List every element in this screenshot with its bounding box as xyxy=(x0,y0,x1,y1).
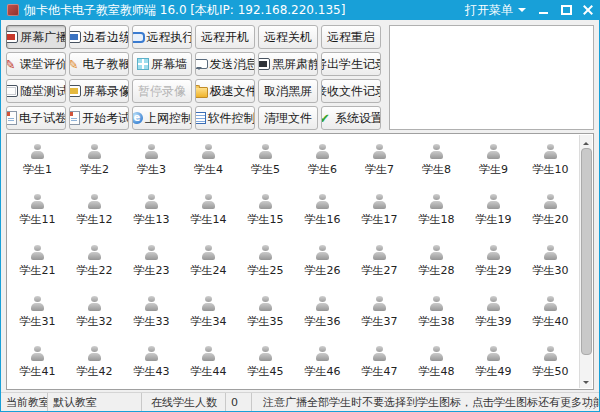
clean-files-button[interactable]: 清理文件 xyxy=(258,106,318,130)
button-label: 上网控制 xyxy=(145,110,192,127)
software-control-button[interactable]: 软件控制 xyxy=(195,106,255,130)
export-student-records-button[interactable]: 导出学生记录 xyxy=(321,52,381,76)
remote-poweron-button[interactable]: 远程开机 xyxy=(195,25,255,49)
close-icon[interactable] xyxy=(578,2,597,18)
student-item[interactable]: 学生5 xyxy=(237,135,294,186)
student-item[interactable]: 学生20 xyxy=(522,186,579,237)
student-item[interactable]: 学生38 xyxy=(408,287,465,338)
scrollbar-thumb[interactable] xyxy=(581,148,592,355)
student-item[interactable]: 学生47 xyxy=(351,337,408,388)
scroll-down-icon[interactable] xyxy=(580,376,592,388)
fast-file-transfer-button[interactable]: 极速文件 xyxy=(195,79,255,103)
student-item[interactable]: 学生29 xyxy=(465,236,522,287)
student-label: 学生1 xyxy=(23,162,52,177)
student-item[interactable]: 学生32 xyxy=(66,287,123,338)
remote-restart-button[interactable]: 远程重启 xyxy=(321,25,381,49)
student-item[interactable]: 学生15 xyxy=(237,186,294,237)
student-item[interactable]: 学生21 xyxy=(9,236,66,287)
student-item[interactable]: 学生48 xyxy=(408,337,465,388)
electronic-test-paper-button[interactable]: 电子试卷 xyxy=(6,106,66,130)
student-item[interactable]: 学生25 xyxy=(237,236,294,287)
student-item[interactable]: 学生37 xyxy=(351,287,408,338)
receive-file-records-button[interactable]: 接收文件记录 xyxy=(321,79,381,103)
student-item[interactable]: 学生1 xyxy=(9,135,66,186)
current-classroom-label: 当前教室 xyxy=(1,393,48,411)
student-item[interactable]: 学生24 xyxy=(180,236,237,287)
student-item[interactable]: 学生6 xyxy=(294,135,351,186)
start-exam-button[interactable]: 开始考试 xyxy=(69,106,129,130)
electronic-pointer-button[interactable]: 电子教鞭 xyxy=(69,52,129,76)
student-item[interactable]: 学生36 xyxy=(294,287,351,338)
student-item[interactable]: 学生10 xyxy=(522,135,579,186)
student-icon xyxy=(315,194,331,209)
doc-exam-icon xyxy=(6,111,17,125)
student-label: 学生30 xyxy=(533,263,569,278)
student-item[interactable]: 学生17 xyxy=(351,186,408,237)
student-item[interactable]: 学生11 xyxy=(9,186,66,237)
class-evaluation-button[interactable]: 课堂评价 xyxy=(6,52,66,76)
student-label: 学生6 xyxy=(308,162,337,177)
student-label: 学生37 xyxy=(362,314,398,329)
student-item[interactable]: 学生46 xyxy=(294,337,351,388)
cancel-black-screen-button[interactable]: 取消黑屏 xyxy=(258,79,318,103)
screen-outline-icon xyxy=(6,85,18,97)
student-item[interactable]: 学生42 xyxy=(66,337,123,388)
student-item[interactable]: 学生9 xyxy=(465,135,522,186)
student-item[interactable]: 学生12 xyxy=(66,186,123,237)
student-item[interactable]: 学生13 xyxy=(123,186,180,237)
student-item[interactable]: 学生45 xyxy=(237,337,294,388)
student-item[interactable]: 学生39 xyxy=(465,287,522,338)
button-label: 边看边练 xyxy=(83,29,129,46)
student-item[interactable]: 学生49 xyxy=(465,337,522,388)
student-item[interactable]: 学生23 xyxy=(123,236,180,287)
watch-and-practice-button[interactable]: 边看边练 xyxy=(69,25,129,49)
button-label: 屏幕录像 xyxy=(83,83,129,100)
in-class-quiz-button[interactable]: 随堂测试 xyxy=(6,79,66,103)
student-item[interactable]: 学生33 xyxy=(123,287,180,338)
remote-shutdown-button[interactable]: 远程关机 xyxy=(258,25,318,49)
remote-execute-button[interactable]: 远程执行 xyxy=(132,25,192,49)
student-item[interactable]: 学生35 xyxy=(237,287,294,338)
maximize-icon[interactable] xyxy=(556,2,575,18)
student-item[interactable]: 学生44 xyxy=(180,337,237,388)
send-message-button[interactable]: 发送消息 xyxy=(195,52,255,76)
student-icon xyxy=(543,296,559,311)
student-item[interactable]: 学生18 xyxy=(408,186,465,237)
student-item[interactable]: 学生50 xyxy=(522,337,579,388)
student-item[interactable]: 学生16 xyxy=(294,186,351,237)
screen-wall-button[interactable]: 屏幕墙 xyxy=(132,52,192,76)
scroll-up-icon[interactable] xyxy=(580,135,592,147)
student-item[interactable]: 学生27 xyxy=(351,236,408,287)
student-item[interactable]: 学生41 xyxy=(9,337,66,388)
screen-recording-button[interactable]: 屏幕录像 xyxy=(69,79,129,103)
internet-control-button[interactable]: 上网控制 xyxy=(132,106,192,130)
student-item[interactable]: 学生28 xyxy=(408,236,465,287)
student-item[interactable]: 学生14 xyxy=(180,186,237,237)
student-item[interactable]: 学生40 xyxy=(522,287,579,338)
student-item[interactable]: 学生30 xyxy=(522,236,579,287)
system-settings-button[interactable]: 系统设置 xyxy=(321,106,381,130)
student-item[interactable]: 学生7 xyxy=(351,135,408,186)
student-item[interactable]: 学生3 xyxy=(123,135,180,186)
student-item[interactable]: 学生19 xyxy=(465,186,522,237)
screen-broadcast-button[interactable]: 屏幕广播 xyxy=(6,25,66,49)
student-item[interactable]: 学生31 xyxy=(9,287,66,338)
student-item[interactable]: 学生22 xyxy=(66,236,123,287)
black-screen-silence-button[interactable]: 黑屏肃静 xyxy=(258,52,318,76)
student-item[interactable]: 学生4 xyxy=(180,135,237,186)
student-icon xyxy=(87,296,103,311)
student-item[interactable]: 学生26 xyxy=(294,236,351,287)
button-label: 远程关机 xyxy=(264,29,312,46)
student-item[interactable]: 学生34 xyxy=(180,287,237,338)
minimize-icon[interactable] xyxy=(534,2,553,18)
vertical-scrollbar[interactable] xyxy=(579,135,592,388)
student-label: 学生10 xyxy=(533,162,569,177)
student-label: 学生14 xyxy=(191,212,227,227)
student-item[interactable]: 学生43 xyxy=(123,337,180,388)
student-grid-panel: 学生1学生2学生3学生4学生5学生6学生7学生8学生9学生10学生11学生12学… xyxy=(6,133,594,390)
student-label: 学生5 xyxy=(251,162,280,177)
student-item[interactable]: 学生2 xyxy=(66,135,123,186)
app-window: 伽卡他卡电子教室教师端 16.0 [本机IP: 192.168.220.135]… xyxy=(0,0,600,412)
student-item[interactable]: 学生8 xyxy=(408,135,465,186)
open-menu-button[interactable]: 打开菜单 xyxy=(457,0,534,20)
